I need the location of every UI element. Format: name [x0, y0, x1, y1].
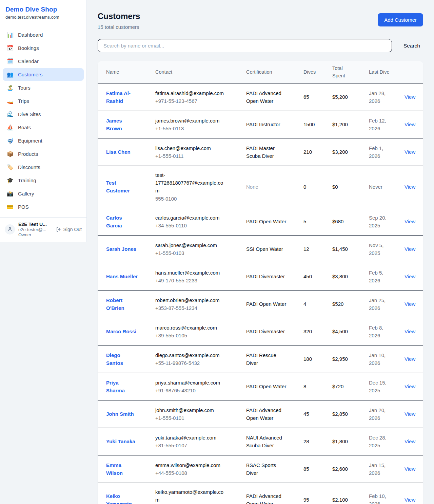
customer-certification: PADI Open Water — [246, 295, 303, 313]
customer-total-spent: $0 — [332, 178, 369, 196]
customer-dives: 65 — [303, 88, 332, 106]
table-row: Robert O'Brien robert.obrien@example.com… — [98, 291, 423, 318]
customer-dives: 1500 — [303, 115, 332, 133]
sidebar-item-products[interactable]: 📦 Products — [3, 148, 84, 160]
search-input[interactable] — [98, 39, 392, 52]
sidebar-item-equipment[interactable]: 🤿 Equipment — [3, 134, 84, 147]
customer-name-link[interactable]: James Brown — [106, 118, 122, 131]
customer-name-link[interactable]: Fatima Al-Rashid — [106, 90, 131, 104]
table-row: Carlos Garcia carlos.garcia@example.com … — [98, 208, 423, 236]
customer-phone: +44-555-0108 — [155, 469, 227, 477]
sidebar: Demo Dive Shop demo.test.divestreams.com… — [0, 0, 87, 242]
sidebar-item-calendar[interactable]: 🗓️ Calendar — [3, 55, 84, 68]
view-customer-link[interactable]: View — [405, 329, 415, 334]
training-icon: 🎓 — [7, 178, 14, 183]
customer-name-link[interactable]: Priya Sharma — [106, 380, 125, 393]
column-header-last-dive: Last Dive — [369, 65, 405, 79]
view-customer-link[interactable]: View — [405, 497, 415, 503]
customer-name-link[interactable]: Robert O'Brien — [106, 297, 124, 311]
title-block: Customers 15 total customers — [98, 12, 140, 30]
sign-out-button[interactable]: Sign Out — [56, 227, 82, 232]
customer-name-link[interactable]: Test Customer — [106, 180, 130, 193]
view-customer-link[interactable]: View — [405, 94, 415, 100]
calendar-icon: 🗓️ — [7, 59, 14, 64]
sidebar-item-tours[interactable]: 🏝️ Tours — [3, 81, 84, 94]
customer-email: hans.mueller@example.com — [155, 269, 227, 277]
view-customer-link[interactable]: View — [405, 122, 415, 127]
customer-name-link[interactable]: John Smith — [106, 411, 134, 417]
customer-email: priya.sharma@example.com — [155, 379, 227, 387]
customer-last-dive: Dec 28, 2025 — [369, 429, 405, 455]
customer-dives: 5 — [303, 212, 332, 230]
sidebar-item-boats[interactable]: ⛵ Boats — [3, 121, 84, 134]
customer-dives: 210 — [303, 143, 332, 161]
customer-last-dive: Jan 10, 2026 — [369, 346, 405, 372]
brand-block: Demo Dive Shop demo.test.divestreams.com — [0, 0, 86, 25]
customer-certification: SSI Open Water — [246, 240, 303, 258]
view-customer-link[interactable]: View — [405, 411, 415, 417]
view-customer-link[interactable]: View — [405, 356, 415, 362]
customer-name-link[interactable]: Marco Rossi — [106, 329, 136, 334]
user-info: E2E Test U... e2e-tester@... Owner — [18, 222, 53, 237]
customer-name-link[interactable]: Hans Mueller — [106, 274, 138, 279]
view-customer-link[interactable]: View — [405, 149, 415, 155]
sidebar-item-discounts[interactable]: 🏷️ Discounts — [3, 161, 84, 173]
sidebar-item-pos[interactable]: 💳 POS — [3, 201, 84, 213]
table-row: Yuki Tanaka yuki.tanaka@example.com +81-… — [98, 428, 423, 455]
customer-total-spent: $520 — [332, 295, 369, 313]
view-customer-link[interactable]: View — [405, 246, 415, 252]
customer-count: 15 total customers — [98, 24, 140, 30]
customer-email: marco.rossi@example.com — [155, 324, 227, 332]
table-body: Fatima Al-Rashid fatima.alrashid@example… — [98, 83, 423, 504]
customer-email: carlos.garcia@example.com — [155, 214, 227, 222]
customer-last-dive: Dec 15, 2025 — [369, 374, 405, 400]
customer-last-dive: Jan 28, 2026 — [369, 84, 405, 110]
sidebar-item-customers[interactable]: 👥 Customers — [3, 68, 84, 81]
add-customer-button[interactable]: Add Customer — [378, 13, 423, 26]
view-customer-link[interactable]: View — [405, 219, 415, 224]
customer-certification: PADI Advanced Open Water — [246, 487, 303, 504]
sidebar-item-bookings[interactable]: 📅 Bookings — [3, 42, 84, 54]
customer-certification: PADI Advanced Open Water — [246, 401, 303, 427]
view-customer-link[interactable]: View — [405, 384, 415, 389]
table-row: Keiko Yamamoto keiko.yamamoto@example.co… — [98, 483, 423, 504]
sidebar-item-training[interactable]: 🎓 Training — [3, 174, 84, 187]
customer-name-link[interactable]: Diego Santos — [106, 352, 123, 366]
customer-dives: 85 — [303, 460, 332, 478]
sign-out-label: Sign Out — [63, 227, 82, 232]
sidebar-item-trips[interactable]: 🚤 Trips — [3, 95, 84, 107]
view-customer-link[interactable]: View — [405, 301, 415, 307]
customer-last-dive: Jan 20, 2026 — [369, 401, 405, 427]
customer-name-link[interactable]: Carlos Garcia — [106, 215, 122, 228]
customers-icon: 👥 — [7, 72, 14, 77]
customers-table: Name Contact Certification Dives Total S… — [98, 61, 423, 504]
customer-email: emma.wilson@example.com — [155, 461, 227, 469]
customer-phone: +971-55-123-4567 — [155, 97, 227, 105]
table-row: Diego Santos diego.santos@example.com +5… — [98, 346, 423, 373]
search-button[interactable]: Search — [403, 40, 420, 52]
page-header: Customers 15 total customers Add Custome… — [98, 12, 423, 30]
view-customer-link[interactable]: View — [405, 438, 415, 444]
sidebar-item-dashboard[interactable]: 📊 Dashboard — [3, 29, 84, 41]
sign-out-icon — [56, 227, 61, 232]
customer-name-link[interactable]: Keiko Yamamoto — [106, 493, 132, 504]
avatar — [5, 224, 15, 235]
bookings-icon: 📅 — [7, 45, 14, 51]
sidebar-item-gallery[interactable]: 📸 Gallery — [3, 187, 84, 200]
gallery-icon: 📸 — [7, 191, 14, 197]
customer-last-dive: Feb 12, 2026 — [369, 112, 405, 138]
user-name: E2E Test U... — [18, 222, 53, 227]
customer-dives: 320 — [303, 322, 332, 340]
customer-dives: 450 — [303, 267, 332, 285]
customer-email: james.brown@example.com — [155, 117, 227, 125]
customer-phone: +81-555-0107 — [155, 442, 227, 449]
customer-total-spent: $680 — [332, 212, 369, 230]
view-customer-link[interactable]: View — [405, 184, 415, 190]
customer-name-link[interactable]: Yuki Tanaka — [106, 438, 135, 444]
view-customer-link[interactable]: View — [405, 274, 415, 279]
customer-name-link[interactable]: Emma Wilson — [106, 462, 123, 476]
customer-name-link[interactable]: Sarah Jones — [106, 246, 136, 252]
sidebar-item-dive-sites[interactable]: 🌊 Dive Sites — [3, 108, 84, 120]
view-customer-link[interactable]: View — [405, 466, 415, 472]
customer-name-link[interactable]: Lisa Chen — [106, 149, 131, 155]
